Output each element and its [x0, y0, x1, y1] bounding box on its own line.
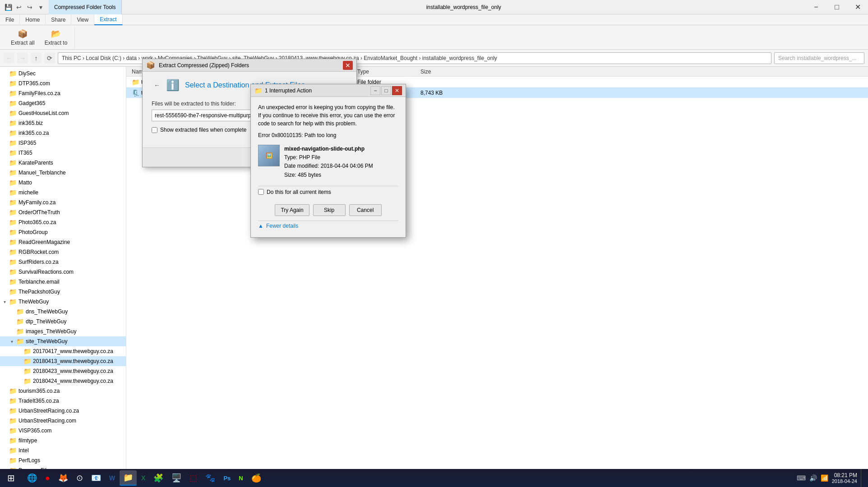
show-desktop-button[interactable] — [861, 469, 864, 487]
taskbar-chrome-icon[interactable]: ⊙ — [73, 470, 87, 486]
sidebar-item[interactable]: 📁 images_TheWebGuy — [0, 326, 126, 336]
sidebar-item[interactable]: 📁 UrbanStreetRacing.com — [0, 416, 126, 426]
sidebar-item[interactable]: 📁 dns_TheWebGuy — [0, 307, 126, 317]
sidebar-item[interactable]: 📁 UrbanStreetRacing.co.za — [0, 406, 126, 416]
sidebar-item[interactable]: 📁 dtp_TheWebGuy — [0, 317, 126, 326]
fewer-details-toggle[interactable]: ▲ Fewer details — [258, 221, 398, 231]
sidebar-item[interactable]: 📁 TradeIt365.co.za — [0, 396, 126, 406]
sidebar-item[interactable]: 📁 SurfRiders.co.za — [0, 257, 126, 267]
col-type[interactable]: Type — [354, 69, 417, 75]
qa-undo-btn[interactable]: ↩ — [14, 3, 23, 12]
sidebar-item[interactable]: 📁 DTP365.com — [0, 78, 126, 88]
interrupted-cancel-button[interactable]: Cancel — [349, 204, 382, 216]
taskbar-filezilla-icon[interactable]: ⬚ — [186, 470, 201, 486]
sidebar-item[interactable]: 📁 KarateParents — [0, 158, 126, 168]
sidebar-item[interactable]: 📁 Gadget365 — [0, 98, 126, 108]
sidebar-item[interactable]: ▾ 📁 site_TheWebGuy — [0, 336, 126, 346]
interrupted-dialog-all-items-checkbox[interactable] — [258, 189, 264, 195]
sidebar-item[interactable]: 📁 ink365.co.za — [0, 128, 126, 138]
sidebar-item[interactable]: 📁 IT365 — [0, 148, 126, 158]
forward-button[interactable]: → — [17, 53, 28, 64]
taskbar-mcafee-icon[interactable]: ● — [42, 470, 54, 486]
interrupted-dialog-body: An unexpected error is keeping you from … — [251, 97, 406, 237]
skip-button[interactable]: Skip — [313, 204, 346, 216]
tray-icon-2[interactable]: 🔊 — [809, 474, 817, 482]
extract-dialog-show-files-checkbox[interactable] — [152, 127, 157, 133]
sidebar-folder-icon: 📁 — [9, 90, 17, 97]
taskbar-monitor-icon[interactable]: 🖥️ — [168, 470, 185, 486]
sidebar-item[interactable]: 📁 MyFamily.co.za — [0, 198, 126, 207]
sidebar-item[interactable]: 📁 20180423_www.thewebguy.co.za — [0, 366, 126, 376]
tab-view[interactable]: View — [71, 14, 94, 25]
tray-icon-1[interactable]: ⌨ — [797, 474, 806, 482]
start-button[interactable]: ⊞ — [0, 469, 22, 487]
sidebar-item[interactable]: 📁 Terblanche.email — [0, 277, 126, 287]
taskbar-clock[interactable]: 08:21 PM 2018-04-24 — [832, 472, 857, 484]
taskbar-orange-icon[interactable]: 🍊 — [248, 470, 265, 486]
maximize-button[interactable]: □ — [826, 0, 847, 14]
sidebar-item[interactable]: 📁 filmtype — [0, 436, 126, 446]
sidebar-item[interactable]: 📁 PerfLogs — [0, 455, 126, 465]
back-button[interactable]: ← — [4, 53, 14, 64]
sidebar-item[interactable]: 📁 ink365.biz — [0, 118, 126, 128]
taskbar-photoshop-icon[interactable]: Ps — [220, 470, 234, 486]
sidebar-item[interactable]: 📁 20180424_www.thewebguy.co.za — [0, 376, 126, 386]
extract-dialog-close-button[interactable]: ✕ — [343, 61, 353, 70]
sidebar-item[interactable]: 📁 FamilyFiles.co.za — [0, 88, 126, 98]
taskbar-firefox-icon[interactable]: 🦊 — [55, 470, 72, 486]
taskbar-gimp-icon[interactable]: 🐾 — [202, 470, 219, 486]
interrupted-dialog-title-bar: 📁 1 Interrupted Action − □ ✕ — [251, 84, 406, 97]
sidebar-item[interactable]: 📁 ReadGreenMagazine — [0, 237, 126, 247]
up-button[interactable]: ↑ — [31, 53, 42, 64]
sidebar-item[interactable]: 📁 ISP365 — [0, 138, 126, 148]
refresh-button[interactable]: ⟳ — [44, 53, 55, 64]
sidebar-item[interactable]: 📁 Intel — [0, 446, 126, 455]
extract-all-button[interactable]: 📦 Extract all — [7, 27, 38, 48]
extract-dialog-back-button[interactable]: ← — [152, 80, 162, 91]
tab-file[interactable]: File — [0, 14, 20, 25]
qa-dropdown-btn[interactable]: ▾ — [36, 3, 45, 12]
sidebar-item[interactable]: 📁 20180413_www.thewebguy.co.za — [0, 356, 126, 366]
sidebar-item[interactable]: 📁 Photo365.co.za — [0, 217, 126, 227]
sidebar-item-label: michelle — [18, 189, 38, 196]
sidebar-item[interactable]: 📁 Matto — [0, 178, 126, 188]
taskbar-notepad-icon[interactable]: N — [235, 470, 246, 486]
tab-share[interactable]: Share — [46, 14, 71, 25]
sidebar-folder-icon: 📁 — [9, 199, 17, 206]
taskbar-excel-icon[interactable]: X — [138, 470, 149, 486]
sidebar-item[interactable]: 📁 OrderOfTheTruth — [0, 207, 126, 217]
col-size[interactable]: Size — [417, 69, 462, 75]
tray-icon-3[interactable]: 📶 — [821, 474, 828, 482]
sidebar-item[interactable]: 📁 GuestHouseList.com — [0, 108, 126, 118]
sidebar-item[interactable]: 📁 SurvivalReactions.com — [0, 267, 126, 277]
sidebar-item[interactable]: 📁 VISP365.com — [0, 426, 126, 436]
sidebar-folder-icon: 📁 — [16, 338, 24, 345]
sidebar-item[interactable]: 📁 RGBRocket.com — [0, 247, 126, 257]
sidebar-item[interactable]: 📁 Program Files — [0, 465, 126, 469]
taskbar-app5-icon[interactable]: 🧩 — [150, 470, 167, 486]
sidebar-item[interactable]: ▾ 📁 TheWebGuy — [0, 297, 126, 307]
sidebar-item[interactable]: 📁 ThePackshotGuy — [0, 287, 126, 297]
interrupted-dialog-close-button[interactable]: ✕ — [392, 86, 402, 95]
sidebar-item[interactable]: 📁 Manuel_Terblanche — [0, 168, 126, 178]
interrupted-dialog-minimize-button[interactable]: − — [370, 86, 380, 95]
sidebar-item[interactable]: 📁 michelle — [0, 188, 126, 198]
tab-home[interactable]: Home — [20, 14, 46, 25]
interrupted-dialog-restore-button[interactable]: □ — [381, 86, 391, 95]
sidebar-item[interactable]: 📁 20170417_www.thewebguy.co.za — [0, 346, 126, 356]
sidebar-item[interactable]: 📁 PhotoGroup — [0, 227, 126, 237]
qa-redo-btn[interactable]: ↪ — [25, 3, 34, 12]
taskbar-word-icon[interactable]: W — [106, 470, 119, 486]
sidebar-item[interactable]: 📁 DiySec — [0, 69, 126, 78]
taskbar-ie-icon[interactable]: 🌐 — [23, 470, 41, 486]
close-button[interactable]: ✕ — [847, 0, 868, 14]
taskbar-outlook-icon[interactable]: 📧 — [88, 470, 105, 486]
qa-save-btn[interactable]: 💾 — [4, 3, 13, 12]
search-box[interactable]: Search installable_wordpress_... — [774, 52, 864, 64]
tab-extract[interactable]: Extract — [94, 14, 122, 25]
try-again-button[interactable]: Try Again — [275, 204, 309, 216]
sidebar-item[interactable]: 📁 tourism365.co.za — [0, 386, 126, 396]
minimize-button[interactable]: − — [806, 0, 826, 14]
taskbar-explorer-icon[interactable]: 📁 — [120, 470, 137, 486]
extract-to-button[interactable]: 📂 Extract to — [41, 27, 71, 48]
